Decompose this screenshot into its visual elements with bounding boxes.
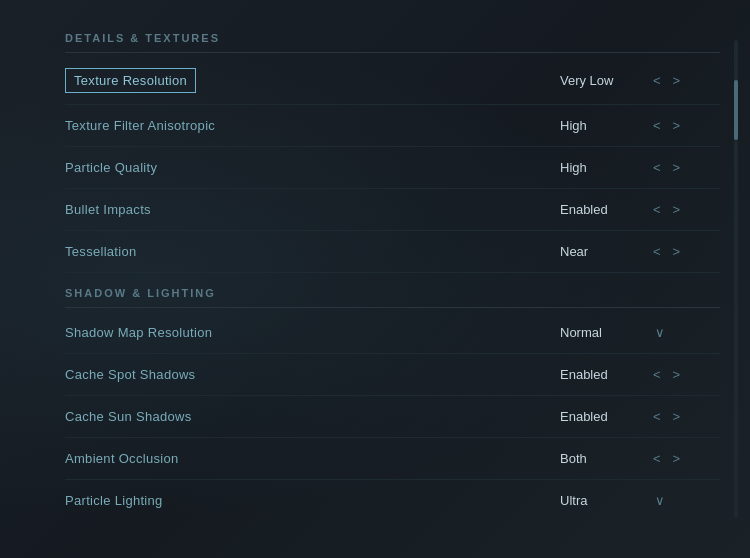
setting-row-cache-sun-shadows: Cache Sun ShadowsEnabled<>: [65, 396, 720, 438]
dropdown-arrow-shadow-map-resolution[interactable]: ∨: [650, 323, 670, 342]
setting-row-particle-quality: Particle QualityHigh<>: [65, 147, 720, 189]
setting-value-ambient-occlusion: Both: [560, 451, 640, 466]
dropdown-arrow-particle-lighting[interactable]: ∨: [650, 491, 670, 510]
nav-arrows-texture-resolution: <>: [650, 71, 683, 90]
setting-label-bullet-impacts: Bullet Impacts: [65, 202, 151, 217]
setting-value-texture-filter-anisotropic: High: [560, 118, 640, 133]
setting-row-shadow-map-resolution: Shadow Map ResolutionNormal∨: [65, 312, 720, 354]
setting-row-ambient-occlusion: Ambient OcclusionBoth<>: [65, 438, 720, 480]
arrow-right-bullet-impacts[interactable]: >: [670, 200, 684, 219]
section-header-shadow-lighting: SHADOW & LIGHTING: [65, 287, 720, 299]
setting-value-cache-spot-shadows: Enabled: [560, 367, 640, 382]
value-group-texture-resolution: Very Low<>: [560, 71, 720, 90]
scrollbar-thumb[interactable]: [734, 80, 738, 140]
arrow-right-cache-sun-shadows[interactable]: >: [670, 407, 684, 426]
nav-arrows-texture-filter-anisotropic: <>: [650, 116, 683, 135]
value-group-cache-spot-shadows: Enabled<>: [560, 365, 720, 384]
arrow-left-ambient-occlusion[interactable]: <: [650, 449, 664, 468]
setting-row-cache-spot-shadows: Cache Spot ShadowsEnabled<>: [65, 354, 720, 396]
setting-label-texture-resolution[interactable]: Texture Resolution: [65, 68, 196, 93]
value-group-ambient-occlusion: Both<>: [560, 449, 720, 468]
arrow-left-cache-sun-shadows[interactable]: <: [650, 407, 664, 426]
setting-row-texture-resolution: Texture ResolutionVery Low<>: [65, 57, 720, 105]
arrow-left-bullet-impacts[interactable]: <: [650, 200, 664, 219]
setting-value-bullet-impacts: Enabled: [560, 202, 640, 217]
setting-label-shadow-map-resolution: Shadow Map Resolution: [65, 325, 212, 340]
arrow-right-tessellation[interactable]: >: [670, 242, 684, 261]
setting-value-shadow-map-resolution: Normal: [560, 325, 640, 340]
setting-value-particle-lighting: Ultra: [560, 493, 640, 508]
setting-value-particle-quality: High: [560, 160, 640, 175]
setting-value-texture-resolution: Very Low: [560, 73, 640, 88]
nav-arrows-cache-spot-shadows: <>: [650, 365, 683, 384]
setting-label-cache-sun-shadows: Cache Sun Shadows: [65, 409, 192, 424]
value-group-particle-lighting: Ultra∨: [560, 491, 720, 510]
setting-label-particle-lighting: Particle Lighting: [65, 493, 163, 508]
setting-label-texture-filter-anisotropic: Texture Filter Anisotropic: [65, 118, 215, 133]
setting-label-tessellation: Tessellation: [65, 244, 137, 259]
section-divider-details-textures: [65, 52, 720, 53]
nav-arrows-cache-sun-shadows: <>: [650, 407, 683, 426]
value-group-texture-filter-anisotropic: High<>: [560, 116, 720, 135]
arrow-left-texture-resolution[interactable]: <: [650, 71, 664, 90]
nav-arrows-tessellation: <>: [650, 242, 683, 261]
setting-label-particle-quality: Particle Quality: [65, 160, 157, 175]
nav-arrows-bullet-impacts: <>: [650, 200, 683, 219]
value-group-tessellation: Near<>: [560, 242, 720, 261]
arrow-left-texture-filter-anisotropic[interactable]: <: [650, 116, 664, 135]
settings-container: DETAILS & TEXTURESTexture ResolutionVery…: [0, 0, 750, 558]
arrow-left-cache-spot-shadows[interactable]: <: [650, 365, 664, 384]
setting-row-tessellation: TessellationNear<>: [65, 231, 720, 273]
arrow-right-particle-quality[interactable]: >: [670, 158, 684, 177]
value-group-particle-quality: High<>: [560, 158, 720, 177]
setting-value-tessellation: Near: [560, 244, 640, 259]
arrow-left-tessellation[interactable]: <: [650, 242, 664, 261]
value-group-cache-sun-shadows: Enabled<>: [560, 407, 720, 426]
value-group-shadow-map-resolution: Normal∨: [560, 323, 720, 342]
setting-label-cache-spot-shadows: Cache Spot Shadows: [65, 367, 195, 382]
nav-arrows-particle-quality: <>: [650, 158, 683, 177]
setting-value-cache-sun-shadows: Enabled: [560, 409, 640, 424]
arrow-right-texture-resolution[interactable]: >: [670, 71, 684, 90]
setting-row-texture-filter-anisotropic: Texture Filter AnisotropicHigh<>: [65, 105, 720, 147]
value-group-bullet-impacts: Enabled<>: [560, 200, 720, 219]
section-header-details-textures: DETAILS & TEXTURES: [65, 32, 720, 44]
arrow-right-cache-spot-shadows[interactable]: >: [670, 365, 684, 384]
setting-label-ambient-occlusion: Ambient Occlusion: [65, 451, 178, 466]
setting-row-bullet-impacts: Bullet ImpactsEnabled<>: [65, 189, 720, 231]
nav-arrows-ambient-occlusion: <>: [650, 449, 683, 468]
arrow-right-ambient-occlusion[interactable]: >: [670, 449, 684, 468]
arrow-left-particle-quality[interactable]: <: [650, 158, 664, 177]
arrow-right-texture-filter-anisotropic[interactable]: >: [670, 116, 684, 135]
scrollbar[interactable]: [734, 40, 738, 518]
setting-row-particle-lighting: Particle LightingUltra∨: [65, 480, 720, 521]
section-divider-shadow-lighting: [65, 307, 720, 308]
